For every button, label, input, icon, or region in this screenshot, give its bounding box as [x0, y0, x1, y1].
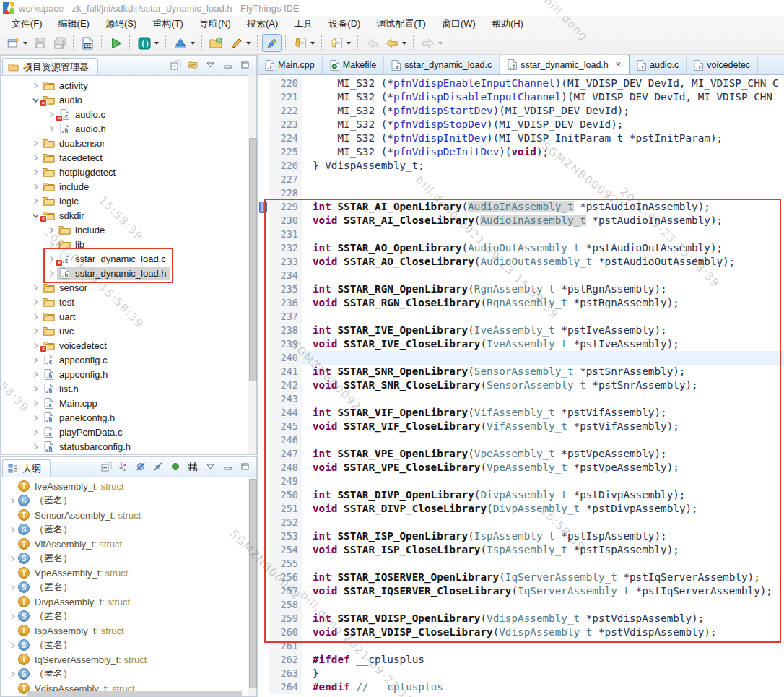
outline-item-iqserverassembly-t[interactable]: TIqServerAssembly_t : struct — [1, 652, 248, 667]
filter-pattern-icon[interactable] — [187, 461, 199, 472]
chevron-right-icon[interactable] — [30, 169, 41, 176]
hide-fields-icon[interactable] — [135, 461, 147, 472]
tree-item-include[interactable]: include — [1, 179, 248, 194]
outline-item-anon[interactable]: S（匿名） — [1, 667, 248, 681]
chevron-right-icon[interactable] — [30, 415, 41, 421]
chevron-right-icon[interactable] — [6, 555, 18, 562]
tree-item-hotplugdetect[interactable]: hotplugdetect — [1, 165, 248, 179]
tree-item-sstar-dynamic-load-h[interactable]: .hsstar_dynamic_load.h — [1, 266, 248, 280]
chevron-right-icon[interactable] — [30, 386, 41, 392]
menu-item-d[interactable]: 设备(D) — [321, 16, 367, 32]
pen-button[interactable] — [226, 34, 245, 52]
chevron-right-icon[interactable] — [45, 126, 57, 132]
chevron-right-icon[interactable] — [30, 429, 41, 436]
chevron-right-icon[interactable] — [45, 270, 57, 277]
chevron-right-icon[interactable] — [45, 227, 57, 233]
chevron-right-icon[interactable] — [30, 155, 41, 161]
tree-item-lib[interactable]: lib — [1, 237, 248, 251]
menu-item-w[interactable]: 窗口(W) — [435, 16, 483, 32]
project-explorer-tab[interactable]: 项目资源管理器 — [2, 58, 98, 75]
tree-item-test[interactable]: test — [1, 295, 248, 309]
menu-item-h[interactable]: 帮助(H) — [484, 16, 531, 32]
tree-item-logic[interactable]: logic — [1, 194, 248, 208]
pen-dropdown[interactable] — [246, 42, 251, 45]
chevron-right-icon[interactable] — [6, 584, 18, 591]
outline-list[interactable]: TIveAssembly_t : structS（匿名）TSensorAssem… — [1, 477, 248, 696]
braces-dropdown[interactable] — [154, 42, 159, 45]
chevron-right-icon[interactable] — [6, 642, 18, 649]
maximize-icon[interactable] — [239, 461, 251, 472]
outline-item-ispassembly-t[interactable]: TIspAssembly_t : struct — [1, 623, 248, 638]
menu-item-t[interactable]: 重构(T) — [145, 16, 191, 32]
chevron-right-icon[interactable] — [30, 328, 41, 334]
outline-item-anon[interactable]: S（匿名） — [1, 638, 248, 652]
tree-item-activity[interactable]: activity — [1, 78, 248, 92]
tree-item-statusbarconfig-h[interactable]: .hstatusbarconfig.h — [1, 439, 248, 454]
outline-item-iveassembly-t[interactable]: TIveAssembly_t : struct — [1, 479, 248, 493]
chevron-right-icon[interactable] — [30, 400, 41, 407]
explorer-scrollbar[interactable] — [248, 75, 256, 454]
collapse-all-icon[interactable] — [100, 461, 112, 472]
maximize-icon[interactable] — [239, 59, 251, 71]
sort-icon[interactable]: az — [118, 461, 129, 472]
outline-item-anon[interactable]: S（匿名） — [1, 522, 248, 537]
export-button[interactable] — [326, 34, 346, 52]
outline-item-anon[interactable]: S（匿名） — [1, 609, 248, 623]
tree-item-uart[interactable]: uart — [1, 309, 248, 324]
code-editor[interactable]: 220 MI_S32 (*pfnVdispEnableInputChannel)… — [258, 74, 784, 697]
tab-voicedetec[interactable]: .cvoicedetec — [687, 56, 758, 74]
tab-close-icon[interactable]: ✕ — [615, 60, 622, 69]
open-project-button[interactable] — [206, 34, 226, 52]
outline-tab[interactable]: 大纲 — [2, 459, 51, 477]
tab-makefile[interactable]: Makefile — [323, 56, 385, 74]
tree-item-voicedetect[interactable]: ×voicedetect — [1, 338, 248, 352]
chevron-right-icon[interactable] — [6, 671, 18, 677]
outline-item-anon[interactable]: S（匿名） — [1, 580, 248, 594]
tree-item-appconfig-h[interactable]: .happconfig.h — [1, 367, 248, 381]
collapse-all-icon[interactable] — [170, 59, 181, 71]
tree-item-main-cpp[interactable]: .cMain.cpp — [1, 396, 248, 410]
menu-item-e[interactable]: 编辑(E) — [51, 16, 97, 32]
back-dropdown[interactable] — [402, 42, 406, 45]
forward-button[interactable] — [418, 34, 437, 52]
project-tree[interactable]: activity×audio.c×audio.c.haudio.hdualsen… — [1, 75, 248, 454]
tree-item-sstar-dynamic-load-c[interactable]: .c×sstar_dynamic_load.c — [1, 251, 248, 266]
chevron-right-icon[interactable] — [30, 285, 41, 291]
menu-item-anon[interactable]: 工具 — [287, 16, 320, 32]
binary-file-button[interactable]: 010 — [78, 34, 97, 52]
save-button[interactable] — [30, 34, 50, 52]
tree-item-uvc[interactable]: uvc — [1, 324, 248, 338]
build-dropdown[interactable] — [191, 42, 195, 45]
chevron-right-icon[interactable] — [6, 527, 18, 533]
outline-item-vifassembly-t[interactable]: TVifAssembly_t : struct — [1, 537, 248, 551]
tree-item-panelconfig-h[interactable]: .hpanelconfig.h — [1, 410, 248, 425]
chevron-right-icon[interactable] — [30, 313, 41, 320]
outline-item-divpassembly-t[interactable]: TDivpAssembly_t : struct — [1, 594, 248, 609]
tab-sstar-dynamic-load-h[interactable]: .hsstar_dynamic_load.h✕ — [500, 55, 630, 75]
outline-item-anon[interactable]: S（匿名） — [1, 551, 248, 566]
run-button[interactable] — [106, 34, 126, 52]
tree-item-audio-c[interactable]: .c×audio.c — [1, 107, 248, 121]
build-button[interactable] — [170, 34, 190, 52]
tree-item-appconfig-c[interactable]: .cappconfig.c — [1, 352, 248, 367]
tree-item-facedetect[interactable]: facedetect — [1, 150, 248, 165]
chevron-right-icon[interactable] — [45, 241, 57, 248]
tree-item-audio-h[interactable]: .haudio.h — [1, 121, 248, 136]
menu-item-n[interactable]: 导航(N) — [192, 16, 238, 32]
tab-main-cpp[interactable]: .cMain.cpp — [258, 56, 323, 74]
minimize-icon[interactable] — [222, 461, 233, 472]
chevron-right-icon[interactable] — [30, 357, 41, 363]
outline-scrollbar[interactable] — [248, 477, 256, 696]
link-with-editor-icon[interactable] — [187, 59, 199, 71]
hide-non-public-icon[interactable] — [170, 461, 181, 472]
tree-item-include[interactable]: include — [1, 222, 248, 237]
hide-static-icon[interactable]: s — [152, 461, 164, 472]
tree-item-dualsensor[interactable]: dualsensor — [1, 136, 248, 150]
menu-item-f[interactable]: 文件(F) — [4, 16, 50, 32]
tree-item-sensor[interactable]: sensor — [1, 280, 248, 295]
menu-item-a[interactable]: 搜索(A) — [240, 16, 285, 32]
chevron-right-icon[interactable] — [30, 82, 41, 89]
chevron-right-icon[interactable] — [6, 498, 18, 504]
import-dropdown[interactable] — [310, 42, 315, 45]
chevron-right-icon[interactable] — [6, 613, 18, 620]
